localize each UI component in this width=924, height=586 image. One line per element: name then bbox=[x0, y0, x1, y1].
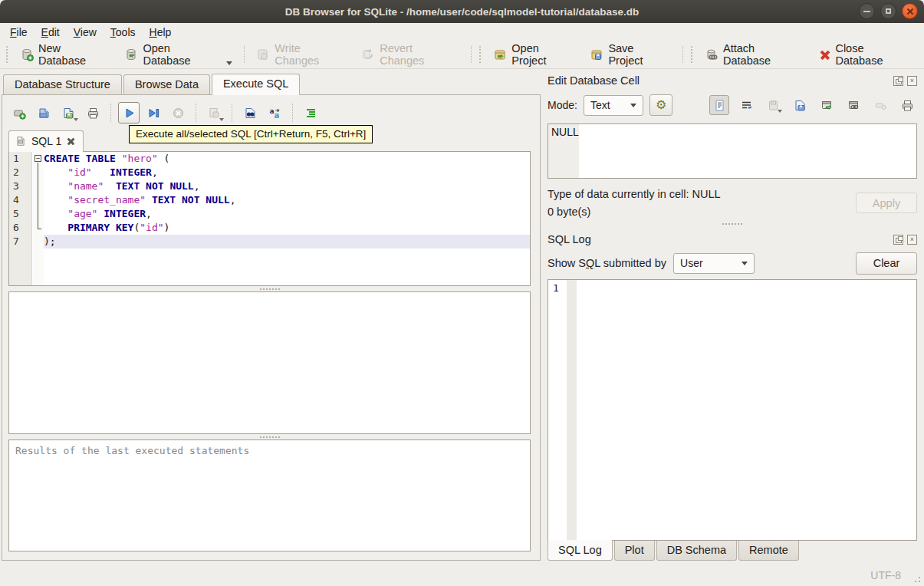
open-project-button[interactable]: Open Project bbox=[486, 38, 583, 71]
format-sql-button[interactable] bbox=[300, 102, 321, 123]
save-sql-dropdown-icon[interactable] bbox=[74, 118, 78, 121]
toolbar-separator bbox=[110, 104, 111, 122]
tab-plot[interactable]: Plot bbox=[614, 541, 655, 561]
sql-log-view[interactable]: 1 bbox=[547, 279, 917, 541]
close-dock-icon[interactable]: × bbox=[907, 235, 917, 245]
close-sql-tab-icon[interactable] bbox=[67, 137, 75, 146]
find-button[interactable] bbox=[239, 102, 261, 123]
tab-sql-log[interactable]: SQL Log bbox=[547, 540, 613, 561]
export-cell-button[interactable] bbox=[790, 95, 810, 115]
replace-button[interactable]: aa bbox=[264, 102, 285, 123]
find-icon bbox=[244, 107, 257, 120]
revert-changes-button[interactable]: Revert Changes bbox=[354, 38, 466, 71]
replace-icon: aa bbox=[268, 107, 281, 120]
resize-grip[interactable] bbox=[913, 575, 921, 583]
save-project-label: Save Project bbox=[608, 42, 671, 67]
right-panel: Edit Database Cell × Mode: Text ⚙ bbox=[541, 69, 924, 564]
float-dock-icon[interactable] bbox=[893, 235, 903, 245]
apply-button[interactable]: Apply bbox=[856, 193, 917, 213]
close-database-button[interactable]: Close Database bbox=[812, 38, 922, 71]
execute-all-button[interactable] bbox=[118, 102, 140, 123]
print-cell-button[interactable] bbox=[897, 95, 917, 115]
submitted-by-select[interactable]: User bbox=[673, 253, 755, 274]
edit-cell-title: Edit Database Cell bbox=[547, 74, 893, 87]
auto-apply-button[interactable]: ⚙ bbox=[649, 94, 672, 116]
print-icon bbox=[901, 99, 914, 112]
toolbar-drag-handle[interactable] bbox=[6, 46, 10, 63]
save-project-icon bbox=[590, 48, 603, 61]
save-sql-file-button[interactable] bbox=[58, 102, 79, 123]
tab-browse-data[interactable]: Browse Data bbox=[123, 74, 210, 94]
tooltip: Execute all/selected SQL [Ctrl+Return, F… bbox=[129, 125, 373, 143]
code-line[interactable]: 2 "id" INTEGER, bbox=[9, 166, 530, 179]
menu-view[interactable]: View bbox=[67, 25, 104, 40]
code-line[interactable]: 5 "age" INTEGER, bbox=[9, 207, 530, 221]
open-external-button[interactable] bbox=[817, 95, 837, 115]
menu-help[interactable]: Help bbox=[143, 25, 179, 40]
import-dropdown-icon[interactable] bbox=[778, 110, 782, 113]
sql-code-editor[interactable]: 1−CREATE TABLE "hero" (2 "id" INTEGER,3 … bbox=[8, 151, 531, 286]
text-mode-button[interactable] bbox=[709, 95, 729, 115]
mode-select[interactable]: Text bbox=[584, 95, 644, 116]
fold-guide bbox=[33, 179, 44, 193]
write-changes-button[interactable]: Write Changes bbox=[249, 38, 354, 71]
splitter-handle[interactable] bbox=[8, 286, 531, 291]
link-data-button[interactable] bbox=[843, 95, 863, 115]
close-icon[interactable] bbox=[902, 3, 918, 19]
set-null-button[interactable] bbox=[870, 95, 890, 115]
print-sql-button[interactable] bbox=[82, 102, 104, 123]
maximize-icon[interactable] bbox=[880, 3, 896, 19]
results-grid-pane[interactable] bbox=[8, 291, 531, 434]
encoding-indicator[interactable]: UTF-8 bbox=[870, 569, 901, 581]
new-database-button[interactable]: New Database bbox=[13, 38, 117, 71]
cell-type-info: Type of data currently in cell: NULL bbox=[547, 188, 856, 200]
open-sql-file-icon bbox=[38, 107, 51, 120]
tab-db-schema[interactable]: DB Schema bbox=[656, 541, 737, 561]
new-sql-tab-button[interactable] bbox=[8, 102, 30, 123]
toolbar-drag-handle[interactable] bbox=[479, 46, 483, 63]
save-project-button[interactable]: Save Project bbox=[583, 38, 678, 71]
menu-tools[interactable]: Tools bbox=[104, 25, 143, 40]
attach-database-button[interactable]: Attach Database bbox=[698, 38, 812, 71]
code-line[interactable]: 7); bbox=[9, 235, 530, 249]
tab-execute-sql[interactable]: Execute SQL bbox=[212, 74, 300, 95]
stop-execution-button[interactable] bbox=[167, 102, 189, 123]
open-sql-file-button[interactable] bbox=[33, 102, 54, 123]
fold-guide bbox=[33, 235, 44, 249]
tab-remote[interactable]: Remote bbox=[738, 541, 799, 561]
code-line[interactable]: 6 PRIMARY KEY("id") bbox=[9, 221, 530, 235]
tab-database-structure[interactable]: Database Structure bbox=[3, 74, 122, 94]
code-line[interactable]: 4 "secret_name" TEXT NOT NULL, bbox=[9, 193, 530, 207]
clear-log-button[interactable]: Clear bbox=[856, 252, 917, 275]
menu-file[interactable]: File bbox=[3, 25, 35, 40]
titlebar[interactable]: DB Browser for SQLite - /home/user/code/… bbox=[0, 0, 924, 23]
dock-splitter-handle[interactable] bbox=[547, 218, 917, 230]
execute-line-button[interactable] bbox=[143, 102, 164, 123]
save-results-button[interactable] bbox=[203, 102, 225, 123]
open-database-button[interactable]: Open Database bbox=[117, 38, 239, 71]
open-database-dropdown-icon[interactable] bbox=[226, 61, 232, 65]
save-results-dropdown-icon[interactable] bbox=[219, 118, 224, 121]
edit-cell-dock-header: Edit Database Cell × bbox=[547, 71, 917, 90]
write-changes-label: Write Changes bbox=[275, 42, 347, 67]
code-line[interactable]: 1−CREATE TABLE "hero" ( bbox=[9, 152, 530, 166]
word-wrap-button[interactable] bbox=[736, 95, 756, 115]
close-dock-icon[interactable]: × bbox=[907, 76, 917, 86]
fold-marker-icon[interactable]: − bbox=[33, 152, 44, 166]
float-dock-icon[interactable] bbox=[893, 76, 903, 86]
toolbar-separator bbox=[292, 104, 293, 122]
show-sql-label: Show SQL submitted by bbox=[547, 257, 666, 269]
splitter-handle[interactable] bbox=[8, 434, 531, 440]
open-project-icon bbox=[493, 48, 507, 61]
execution-log-pane[interactable]: Results of the last executed statements bbox=[8, 440, 531, 551]
toolbar-drag-handle[interactable] bbox=[691, 46, 695, 63]
new-database-label: New Database bbox=[38, 42, 110, 67]
open-project-label: Open Project bbox=[511, 42, 576, 67]
code-line[interactable]: 3 "name" TEXT NOT NULL, bbox=[9, 179, 530, 193]
import-cell-button[interactable] bbox=[763, 95, 783, 115]
menu-edit[interactable]: Edit bbox=[35, 25, 67, 40]
cell-value-editor[interactable]: NULL bbox=[547, 123, 917, 179]
minimize-icon[interactable] bbox=[859, 3, 875, 19]
set-null-icon bbox=[874, 99, 887, 112]
sql-file-tab[interactable]: SQL 1 bbox=[8, 130, 84, 152]
